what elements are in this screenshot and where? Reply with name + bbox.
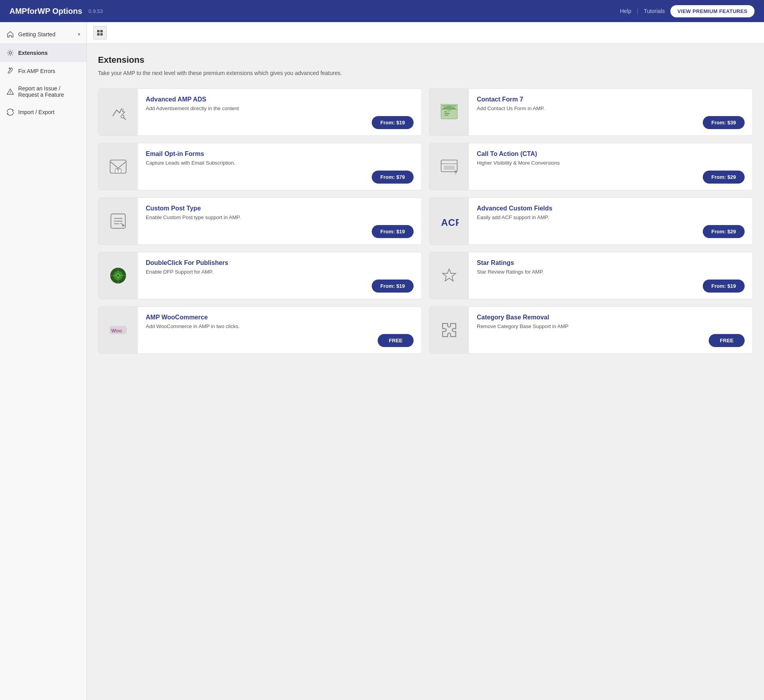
extension-title-star-ratings: Star Ratings: [477, 259, 745, 266]
extension-body-doubleclick-publishers: DoubleClick For Publishers Enable DFP Su…: [138, 252, 422, 299]
extension-footer-advanced-amp-ads: From: $19: [146, 116, 414, 129]
extension-title-advanced-amp-ads: Advanced AMP ADS: [146, 96, 414, 103]
view-premium-button[interactable]: VIEW PREMIUM FEATURES: [670, 5, 755, 17]
extension-button-advanced-amp-ads[interactable]: From: $19: [372, 116, 414, 129]
svg-rect-19: [444, 166, 454, 169]
sidebar-item-report-issue[interactable]: Report an Issue / Request a Feature: [0, 80, 87, 103]
extension-body-advanced-custom-fields: Advanced Custom Fields Easily add ACF su…: [469, 198, 753, 244]
svg-rect-13: [444, 115, 448, 116]
sidebar: Getting Started ▾ Extensions Fix AMP Err…: [0, 22, 87, 700]
extension-desc-category-base-removal: Remove Category Base Support in AMP: [477, 323, 745, 329]
sidebar-item-import-export[interactable]: Import / Export: [0, 103, 87, 121]
extension-body-contact-form-7: Contact Form 7 Add Contact Us Form in AM…: [469, 89, 753, 135]
extension-button-advanced-custom-fields[interactable]: From: $29: [703, 225, 745, 238]
svg-point-0: [9, 52, 11, 54]
layout: Getting Started ▾ Extensions Fix AMP Err…: [0, 22, 764, 700]
toolbar: [87, 22, 764, 44]
sidebar-item-label-report: Report an Issue / Request a Feature: [18, 85, 80, 98]
extension-desc-advanced-custom-fields: Easily add ACF support in AMP.: [477, 214, 745, 220]
svg-rect-3: [97, 30, 100, 32]
extension-body-star-ratings: Star Ratings Star Review Ratings for AMP…: [469, 252, 753, 299]
extension-body-call-to-action: Call To Action (CTA) Higher Visibility &…: [469, 143, 753, 190]
extension-button-contact-form-7[interactable]: From: $39: [703, 116, 745, 129]
extension-button-amp-woocommerce[interactable]: FREE: [378, 334, 414, 347]
extension-body-custom-post-type: Custom Post Type Enable Custom Post type…: [138, 198, 422, 244]
extension-button-category-base-removal[interactable]: FREE: [709, 334, 745, 347]
extension-card-advanced-custom-fields: ACF Advanced Custom Fields Easily add AC…: [429, 197, 753, 245]
svg-rect-11: [444, 111, 447, 112]
extension-footer-custom-post-type: From: $19: [146, 225, 414, 238]
extension-icon-category-base-removal: [429, 307, 469, 353]
extension-title-doubleclick-publishers: DoubleClick For Publishers: [146, 259, 414, 266]
extension-icon-custom-post-type: [98, 198, 138, 244]
extension-desc-advanced-amp-ads: Add Advertisement directly in the conten…: [146, 105, 414, 111]
header-left: AMPforWP Options 0.9.53: [9, 7, 103, 16]
extension-title-advanced-custom-fields: Advanced Custom Fields: [477, 205, 745, 212]
extension-title-amp-woocommerce: AMP WooCommerce: [146, 314, 414, 321]
extension-desc-contact-form-7: Add Contact Us Form in AMP.: [477, 105, 745, 111]
extension-card-category-base-removal: Category Base Removal Remove Category Ba…: [429, 306, 753, 354]
extension-button-call-to-action[interactable]: From: $29: [703, 171, 745, 184]
extension-desc-amp-woocommerce: Add WooCommerce in AMP in two clicks.: [146, 323, 414, 329]
extension-title-category-base-removal: Category Base Removal: [477, 314, 745, 321]
svg-text:Woo: Woo: [111, 328, 122, 334]
grid-view-button[interactable]: [93, 26, 107, 39]
header: AMPforWP Options 0.9.53 Help | Tutorials…: [0, 0, 764, 22]
sidebar-item-getting-started[interactable]: Getting Started ▾: [0, 25, 87, 44]
extension-title-contact-form-7: Contact Form 7: [477, 96, 745, 103]
content-area: Extensions Take your AMP to the next lev…: [87, 44, 764, 365]
svg-point-20: [454, 170, 457, 173]
app-version: 0.9.53: [88, 8, 103, 14]
extension-icon-doubleclick-publishers: [98, 252, 138, 299]
extension-footer-category-base-removal: FREE: [477, 334, 745, 347]
extension-footer-advanced-custom-fields: From: $29: [477, 225, 745, 238]
svg-line-8: [124, 118, 126, 120]
extension-desc-doubleclick-publishers: Enable DFP Support for AMP.: [146, 269, 414, 275]
extension-title-custom-post-type: Custom Post Type: [146, 205, 414, 212]
extension-icon-call-to-action: [429, 143, 469, 190]
extension-button-email-opt-in[interactable]: From: $79: [372, 171, 414, 184]
svg-rect-4: [100, 30, 103, 32]
sidebar-item-label-fix-amp: Fix AMP Errors: [18, 68, 55, 74]
extension-button-star-ratings[interactable]: From: $19: [703, 280, 745, 293]
sidebar-item-extensions[interactable]: Extensions: [0, 44, 87, 62]
extension-footer-contact-form-7: From: $39: [477, 116, 745, 129]
extension-card-contact-form-7: Contact Form 7 Add Contact Us Form in AM…: [429, 88, 753, 136]
extension-card-email-opt-in: Email Opt-in Forms Capture Leads with Em…: [98, 143, 422, 190]
chevron-down-icon: ▾: [78, 32, 80, 37]
main-content: Extensions Take your AMP to the next lev…: [87, 22, 764, 700]
help-link[interactable]: Help: [620, 8, 631, 14]
tutorials-link[interactable]: Tutorials: [644, 8, 665, 14]
extension-button-doubleclick-publishers[interactable]: From: $19: [372, 280, 414, 293]
refresh-icon: [6, 108, 14, 116]
extension-icon-email-opt-in: [98, 143, 138, 190]
extension-footer-call-to-action: From: $29: [477, 171, 745, 184]
svg-text:ACF: ACF: [441, 217, 459, 228]
app-title: AMPforWP Options: [9, 7, 82, 16]
extension-card-star-ratings: Star Ratings Star Review Ratings for AMP…: [429, 252, 753, 299]
extension-footer-amp-woocommerce: FREE: [146, 334, 414, 347]
extension-icon-advanced-custom-fields: ACF: [429, 198, 469, 244]
extension-desc-star-ratings: Star Review Ratings for AMP.: [477, 269, 745, 275]
extension-body-category-base-removal: Category Base Removal Remove Category Ba…: [469, 307, 753, 353]
header-divider: |: [637, 8, 638, 14]
svg-rect-12: [444, 113, 450, 114]
extension-title-call-to-action: Call To Action (CTA): [477, 150, 745, 158]
extension-card-call-to-action: Call To Action (CTA) Higher Visibility &…: [429, 143, 753, 190]
extension-body-advanced-amp-ads: Advanced AMP ADS Add Advertisement direc…: [138, 89, 422, 135]
extension-card-doubleclick-publishers: DoubleClick For Publishers Enable DFP Su…: [98, 252, 422, 299]
extension-icon-advanced-amp-ads: [98, 89, 138, 135]
extension-title-email-opt-in: Email Opt-in Forms: [146, 150, 414, 158]
wrench-icon: [6, 67, 14, 75]
svg-marker-34: [442, 269, 455, 281]
svg-rect-5: [97, 33, 100, 36]
sidebar-item-label-getting-started: Getting Started: [18, 31, 55, 38]
sidebar-item-label-extensions: Extensions: [18, 50, 48, 56]
header-right: Help | Tutorials VIEW PREMIUM FEATURES: [620, 5, 755, 17]
extension-button-custom-post-type[interactable]: From: $19: [372, 225, 414, 238]
extension-footer-email-opt-in: From: $79: [146, 171, 414, 184]
gear-icon: [6, 49, 14, 57]
extension-icon-contact-form-7: [429, 89, 469, 135]
extension-icon-amp-woocommerce: Woo: [98, 307, 138, 353]
sidebar-item-fix-amp-errors[interactable]: Fix AMP Errors: [0, 62, 87, 80]
